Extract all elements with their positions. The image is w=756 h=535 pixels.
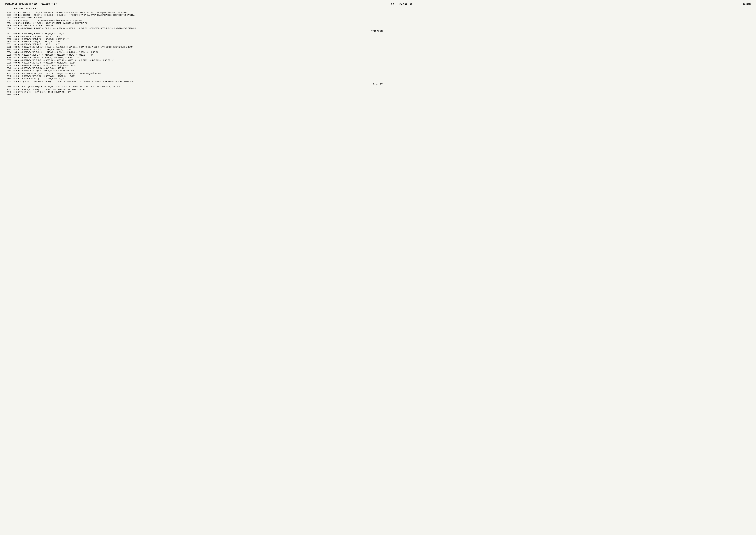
row-text: СТТО ЖЕ П;9-92(=11)' 0,42' 64,40' СБОРНЫ… (18, 86, 751, 88)
row-text: Е34-342#61-3' 1,04;0,4.5+0,996.0,348.10+… (18, 12, 751, 14)
row-num1: 3540 (5, 67, 12, 70)
row-num1: 3534 (5, 51, 12, 54)
row-num2: 923 (12, 17, 18, 19)
row-num2: 938 (12, 59, 18, 62)
row-text: СТССЦ Т,1#11-148#ПРИМ.П,26,27(=11)' 0,96… (18, 80, 751, 83)
table-row: 3545946СТССЦ Т,1#11-148#ПРИМ.П,26,27(=11… (5, 80, 751, 83)
row-num1: 3539 (5, 64, 12, 67)
row-num1: 3545 (5, 80, 12, 83)
table-row: 3540941С14Ø-8251иТО ЖЕ П,2-3О(=10)' 3,00… (5, 67, 751, 70)
row-num1: 3535 (5, 54, 12, 56)
row-num2: 929 (12, 35, 18, 38)
row-num2: 942 (12, 70, 18, 72)
row-num1: 3546 (5, 86, 12, 88)
row-text: С14Ø-8251иТО ЖЕ П,2-3О(=10)' 3,006,140' … (18, 67, 751, 70)
table-row: 3547948СТТО ЖЕ Т;4;ТБ,3-1(=11)' 0,02' 25… (5, 89, 751, 91)
row-num2: 946 (12, 80, 18, 83)
table-row: 3546947СТТО ЖЕ П;9-92(=11)' 0,42' 64,40'… (5, 86, 751, 88)
row-num2: 936 (12, 54, 18, 56)
row-num2: 940 (12, 64, 18, 67)
row-text: С14Ø-8232иТО ЖЕП,2-12' 0,25,6,10+0,23,(1… (18, 64, 751, 67)
row-text: С14Ø-8228иТО ЖЕ П,2-6' 0,022,915+0,0051,… (18, 62, 751, 64)
row-text: С14Ø-8Ø79иТО ЖЕ П,1-19' 1,015,(5,6+4,8)+… (18, 51, 751, 54)
row-num1: 3548 (5, 91, 12, 94)
row-num2: 950 (12, 94, 18, 96)
table-row: 3532933С14Ø-8Ø77иТО ЖЕ П;1-7#Т.4,Т6,2' 1… (5, 46, 751, 48)
row-num1: 3544 (5, 78, 12, 80)
row-text: С14Ø-8#57#ССЦ П,1=1#Т.4,Т6,2,1' 60,0,204… (18, 27, 751, 30)
row-num1: 3542 (5, 72, 12, 75)
row-num1: 3543 (5, 75, 12, 78)
table-row: 3531932С14Ø-8Ø71иТО ЖЕП;1-17' 1,02,0,1' … (5, 43, 751, 46)
table-row: 3548949СТТО ЖЕ (=11)' 1,2' 0,321' ТО ЖЕ … (5, 91, 751, 94)
table-row: 3523924Е20-413(=1)' 2' ' УСТАНОВКА ЖАЛЮЗ… (5, 19, 751, 22)
row-num1: 3541 (5, 70, 12, 72)
row-num1: 3523 (5, 19, 12, 22)
table-row: 3543944С14Ø-8566иТО ЖЕР,4-20' 0,0285,(20… (5, 75, 751, 78)
row-text: С14Ø-8Ø68иТО ЖЕП;(-4' 1,02,0,26' 26,6* (18, 41, 751, 43)
table-row: 3525926П2#СТОИМОСТЬ МЕСТНЫХ МАТЕРИАЛОВ#* (5, 25, 751, 27)
row-num1: 3538 (5, 62, 12, 64)
program-title: ПРОГРАММНЫЙ КОМПЛЕКС АВС-3ЕС ( РЕДАКЦИЯ … (5, 3, 57, 5)
table-row: 3537938С14Ø-8227иТО ЖЕ П,2-5' 0,0223,60+… (5, 59, 751, 62)
row-num1: 3529 (5, 38, 12, 41)
row-text: С14Ø-8466иТО ЖЕ П;6-1' 228,6,10+380,1,6+… (18, 70, 751, 72)
row-num2: 943 (12, 72, 18, 75)
row-num1: 3526 (5, 27, 12, 30)
row-num2: 941 (12, 67, 18, 70)
row-num1: 3528 (5, 35, 12, 38)
row-num1: 3525 (5, 25, 12, 27)
row-num2: 927 (12, 27, 18, 30)
row-text: С14Ø-В226иТО ЖЕП,2-4' 0,0204,200+0,0233,… (18, 54, 751, 56)
row-num2: 933 (12, 46, 18, 48)
row-num1: 3536 (5, 56, 12, 59)
row-num1: 3527 (5, 33, 12, 35)
table-row-center: 6-14' М2* (5, 83, 751, 85)
row-text: К* (18, 94, 751, 96)
table-row: 3526927С14Ø-8#57#ССЦ П,1=1#Т.4,Т6,2,1' 6… (5, 27, 751, 30)
main-table: 3520921Е34-342#61-3' 1,04;0,4.5+0,996.0,… (5, 12, 751, 97)
row-num1: 3522 (5, 17, 12, 19)
row-num1: 3531 (5, 43, 12, 46)
row-num2: 925 (12, 22, 18, 25)
row-num2: 931 (12, 41, 18, 43)
table-row: 3528929С14Ø-8Ø7ØиТО ЖЕП;(-29' 1,015,2,7'… (5, 35, 751, 38)
table-row: 3521922Е15-635#165-4-29,30' 1,04,0,56.5+… (5, 14, 751, 16)
row-num1: 3532 (5, 46, 12, 48)
row-text: Е20-413(=1)' 2' ' УСТАНОВКА ЖАЛЮЗИЙНЫХ Р… (18, 19, 751, 22)
row-text: С14Ø-8Ø77иТО ЖЕ П;1-7#Т.4,Т6,2' 1,015,(3… (18, 46, 751, 48)
table-row: 3533934С14Ø-8Ø78иТО ЖЕ П,1-31' 1,015,(10… (5, 48, 751, 51)
page-info: - 87 - 24866-09 (388, 3, 413, 6)
row-num2: 947 (12, 86, 18, 88)
row-num2: 924 (12, 19, 18, 22)
row-text: П2#СТОИМОСТЬ МЕСТНЫХ МАТЕРИАЛОВ#* (18, 25, 751, 27)
row-num2: 939 (12, 62, 18, 64)
row-num2: 926 (12, 25, 18, 27)
table-row: 3530931С14Ø-8Ø68иТО ЖЕП;(-4' 1,02,0,26' … (5, 41, 751, 43)
row-num2: 930 (12, 38, 18, 41)
table-row: 3520921Е34-342#61-3' 1,04;0,4.5+0,996.0,… (5, 12, 751, 14)
row-num2: 922 (12, 14, 18, 16)
table-row: 3539940С14Ø-8232иТО ЖЕП,2-12' 0,25,6,10+… (5, 64, 751, 67)
doc-number: 3299650 (743, 3, 751, 5)
row-num1: 3530 (5, 41, 12, 43)
row-text: С14Ø-8Ø67иТО ЖЕП;1-16' 1,02,(0,52+0,53)'… (18, 38, 751, 41)
row-num1: 3549 (5, 94, 12, 96)
row-text: С14Ø-8#63#ССЦ П,1=15' 1,02,(11,5+8)' 26,… (18, 33, 751, 35)
page-header: ПРОГРАММНЫЙ КОМПЛЕКС АВС-3ЕС ( РЕДАКЦИЯ … (5, 3, 751, 6)
row-num2: 948 (12, 89, 18, 91)
row-num2: 928 (12, 33, 18, 35)
row-text: СТ31Ø-1475(=19)' 2,39,2' 80,6' СТОИМОСТЬ… (18, 22, 751, 25)
table-row-center: ТЕЛЯ 5#10ММ* (5, 30, 751, 32)
table-row: 3541942С14Ø-8466иТО ЖЕ П;6-1' 228,6,10+3… (5, 70, 751, 72)
row-text: Е15-635#165-4-29,30' 1,04,0,56.5+0,4,0,5… (18, 14, 751, 16)
table-row: 3535936С14Ø-В226иТО ЖЕП,2-4' 0,0204,200+… (5, 54, 751, 56)
row-text: С14Ø-10067иТО ЖЕ П;1-72' 1,015,0,02' 29,… (18, 78, 751, 80)
table-row: 3529930С14Ø-8Ø67иТО ЖЕП;1-16' 1,02,(0,52… (5, 38, 751, 41)
table-row: 3522923П2#ЖАЛЮЗИЙНЫЕ РЕШЕТКИ#* (5, 17, 751, 19)
row-num2: 945 (12, 78, 18, 80)
row-num2: 937 (12, 56, 18, 59)
row-num1: 3547 (5, 89, 12, 91)
row-text: С14Ø-8Ø71иТО ЖЕП;1-17' 1,02,0,1' 28,2* (18, 43, 751, 46)
row-text: СТТО ЖЕ (=11)' 1,2' 0,321' ТО ЖЕ КЛАССА … (18, 91, 751, 94)
